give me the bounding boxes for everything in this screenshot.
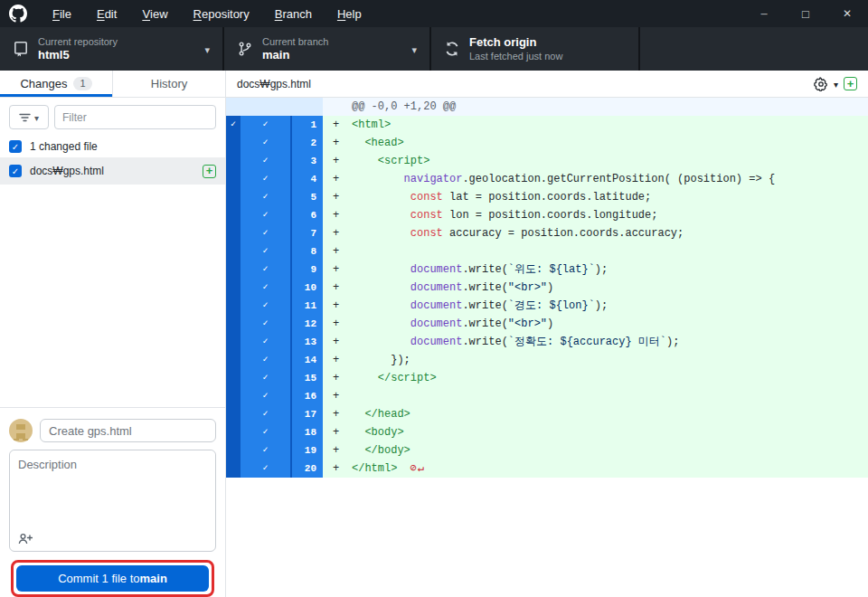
menu-file[interactable]: File: [40, 0, 84, 27]
line-number: 20: [290, 460, 323, 478]
diff-line-14[interactable]: 14+ });: [226, 351, 868, 369]
menu-edit[interactable]: Edit: [84, 0, 129, 27]
line-include-checkbox[interactable]: [241, 441, 290, 460]
diff-added-marker: +: [333, 351, 352, 369]
hunk-select-strip[interactable]: [226, 423, 241, 441]
add-coauthor-icon[interactable]: [18, 533, 33, 545]
line-include-checkbox[interactable]: [241, 423, 290, 441]
line-include-checkbox[interactable]: [241, 369, 290, 387]
hunk-select-strip[interactable]: [226, 206, 241, 224]
line-include-checkbox[interactable]: [241, 116, 290, 134]
line-include-checkbox[interactable]: [241, 134, 290, 152]
hunk-select-strip[interactable]: [226, 279, 241, 297]
hunk-select-strip[interactable]: [226, 297, 241, 315]
line-include-checkbox[interactable]: [241, 351, 290, 369]
current-repository-dropdown[interactable]: Current repository html5: [0, 27, 224, 71]
added-line-code: + document.write(`정확도: ${accuracy} 미터`);: [323, 333, 868, 351]
diff-line-9[interactable]: 9+ document.write(`위도: ${lat}`);: [226, 261, 868, 279]
diff-line-8[interactable]: 8+: [226, 242, 868, 261]
repository-name: html5: [38, 48, 118, 62]
hunk-select-strip[interactable]: [226, 242, 241, 261]
window-controls: [743, 0, 868, 27]
diff-line-15[interactable]: 15+ </script>: [226, 369, 868, 387]
hunk-select-strip[interactable]: [226, 460, 241, 478]
hunk-select-strip[interactable]: [226, 441, 241, 460]
hunk-select-strip[interactable]: [226, 369, 241, 387]
line-include-checkbox[interactable]: [241, 224, 290, 242]
hunk-select-strip[interactable]: [226, 405, 241, 423]
diff-line-3[interactable]: 3+ <script>: [226, 152, 868, 170]
diff-line-11[interactable]: 11+ document.write(`경도: ${lon}`);: [226, 297, 868, 315]
diff-line-5[interactable]: 5+ const lat = position.coords.latitude;: [226, 188, 868, 206]
select-all-checkbox[interactable]: [9, 140, 22, 153]
hunk-select-strip[interactable]: [226, 224, 241, 242]
changed-files-summary-row[interactable]: 1 changed file: [0, 136, 225, 157]
diff-line-1[interactable]: 1+<html>: [226, 116, 868, 134]
diff-line-7[interactable]: 7+ const accuracy = position.coords.accu…: [226, 224, 868, 242]
chevron-down-icon: [204, 43, 210, 56]
commit-description-input[interactable]: [10, 450, 215, 526]
hunk-select-strip[interactable]: [226, 134, 241, 152]
tab-history[interactable]: History: [112, 71, 225, 97]
line-include-checkbox[interactable]: [241, 188, 290, 206]
line-include-checkbox[interactable]: [241, 297, 290, 315]
current-branch-dropdown[interactable]: Current branch main: [224, 27, 431, 71]
menu-branch[interactable]: Branch: [262, 0, 325, 27]
line-include-checkbox[interactable]: [241, 170, 290, 188]
line-number: 6: [290, 206, 323, 224]
commit-button[interactable]: Commit 1 file to main: [16, 565, 209, 592]
filter-input[interactable]: [54, 105, 216, 129]
hunk-select-strip[interactable]: [226, 333, 241, 351]
diff-line-20[interactable]: 20+</html>⊘↵: [226, 460, 868, 478]
hunk-select-strip[interactable]: [226, 116, 241, 134]
diff-line-18[interactable]: 18+ <body>: [226, 423, 868, 441]
diff-line-10[interactable]: 10+ document.write("<br>"): [226, 279, 868, 297]
hunk-select-strip[interactable]: [226, 315, 241, 333]
line-number: 19: [290, 441, 323, 460]
line-include-checkbox[interactable]: [241, 152, 290, 170]
close-button[interactable]: [826, 0, 868, 27]
diff-line-2[interactable]: 2+ <head>: [226, 134, 868, 152]
menu-view[interactable]: View: [129, 0, 180, 27]
repo-toolbar: Current repository html5 Current branch …: [0, 27, 868, 71]
file-checkbox[interactable]: [9, 165, 22, 177]
hunk-select-strip[interactable]: [226, 170, 241, 188]
changed-file-row[interactable]: docs₩gps.html: [0, 157, 225, 185]
hunk-select-strip[interactable]: [226, 261, 241, 279]
diff-line-4[interactable]: 4+ navigator.geolocation.getCurrentPosit…: [226, 170, 868, 188]
diff-line-19[interactable]: 19+ </body>: [226, 441, 868, 460]
line-include-checkbox[interactable]: [241, 333, 290, 351]
line-include-checkbox[interactable]: [241, 315, 290, 333]
line-number: 11: [290, 297, 323, 315]
chevron-down-icon[interactable]: [834, 77, 838, 90]
tab-changes[interactable]: Changes 1: [0, 71, 112, 97]
commit-summary-input[interactable]: [40, 419, 216, 442]
diff-line-17[interactable]: 17+ </head>: [226, 405, 868, 423]
diff-line-13[interactable]: 13+ document.write(`정확도: ${accuracy} 미터`…: [226, 333, 868, 351]
maximize-button[interactable]: [785, 0, 826, 27]
line-include-checkbox[interactable]: [241, 460, 290, 478]
added-line-code: + </script>: [323, 369, 868, 387]
tab-history-label: History: [151, 77, 187, 90]
line-include-checkbox[interactable]: [241, 242, 290, 261]
line-include-checkbox[interactable]: [241, 261, 290, 279]
minimize-button[interactable]: [743, 0, 785, 27]
hunk-header-row[interactable]: @@ -0,0 +1,20 @@: [226, 98, 868, 116]
filter-options-button[interactable]: [9, 105, 49, 129]
menu-help[interactable]: Help: [325, 0, 374, 27]
hunk-select-strip[interactable]: [226, 188, 241, 206]
hunk-select-strip[interactable]: [226, 387, 241, 405]
hunk-select-strip[interactable]: [226, 351, 241, 369]
diff-line-12[interactable]: 12+ document.write("<br>"): [226, 315, 868, 333]
gear-icon[interactable]: [814, 77, 828, 91]
fetch-origin-button[interactable]: Fetch origin Last fetched just now: [431, 27, 640, 71]
commit-description-box: [9, 450, 216, 552]
hunk-select-strip[interactable]: [226, 152, 241, 170]
menu-repository[interactable]: Repository: [181, 0, 262, 27]
line-include-checkbox[interactable]: [241, 206, 290, 224]
diff-line-16[interactable]: 16+: [226, 387, 868, 405]
line-include-checkbox[interactable]: [241, 405, 290, 423]
diff-line-6[interactable]: 6+ const lon = position.coords.longitude…: [226, 206, 868, 224]
line-include-checkbox[interactable]: [241, 387, 290, 405]
line-include-checkbox[interactable]: [241, 279, 290, 297]
